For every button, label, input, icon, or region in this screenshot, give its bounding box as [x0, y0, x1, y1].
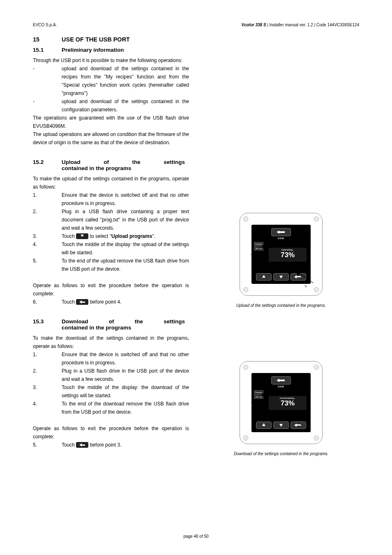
progress-percent-download: 73% — [281, 399, 295, 407]
left-column: 15USE OF THE USB PORT 15.1Preliminary in… — [33, 36, 189, 449]
header-company: EVCO S.p.A. — [33, 23, 57, 27]
s15-3-step-5-text: Touch before point 3. — [62, 441, 189, 449]
progress-box-download: Downloading.. 73% — [269, 396, 307, 410]
s15-2-intro: To make the upload of the settings conta… — [33, 175, 189, 191]
s15-1-b1-text: upload and download of the settings cont… — [62, 64, 189, 97]
section-15-2-title-l1: Upload of the settings — [62, 159, 185, 165]
bottom-buttons-download — [251, 421, 311, 429]
header-product: Vcolor 338 S — [242, 23, 266, 27]
s15-2-step-2: 2.Plug in a USB flash drive containing a… — [33, 207, 189, 232]
section-15-2-num: 15.2 — [33, 159, 62, 165]
s15-3-step-1-text: Ensure that the device is switched off a… — [62, 350, 189, 367]
right-column: USB Downlo Upload Uploading.. 73% — [203, 36, 359, 456]
s15-2-step-1: 1.Ensure that the device is switched off… — [33, 191, 189, 207]
screen-up-button-icon — [256, 421, 272, 429]
section-15-3-title-l1: Download of the settings — [62, 318, 185, 325]
progress-percent-upload: 73% — [281, 251, 295, 259]
section-15-1-title: Preliminary information — [62, 47, 124, 53]
progress-box-upload: Uploading.. 73% — [269, 248, 307, 262]
s15-2-step-4-text: Touch the middle of the display: the upl… — [62, 240, 189, 257]
section-15-title: USE OF THE USB PORT — [62, 36, 130, 43]
s15-1-p2: The operations are guaranteed with the u… — [33, 114, 189, 130]
s15-2-step-4: 4.Touch the middle of the display: the u… — [33, 240, 189, 257]
section-15-1-num: 15.1 — [33, 47, 62, 53]
s15-3-step-3-text: Touch the middle of the display: the dow… — [62, 383, 189, 400]
screen-down-button-icon — [273, 273, 289, 281]
screw-icon — [314, 365, 319, 370]
figure-download-caption: Download of the settings contained in th… — [203, 451, 359, 456]
figure-upload-caption: Upload of the settings contained in the … — [203, 303, 359, 308]
s15-1-bullet-1: - upload and download of the settings co… — [33, 64, 189, 97]
section-15-num: 15 — [33, 36, 62, 43]
callout-3b: 3. — [262, 401, 265, 405]
s15-3-step-4: 4.To the end of the download remove the … — [33, 400, 189, 416]
screen-down-button-icon — [273, 421, 289, 429]
s15-3-step-4-text: To the end of the download remove the US… — [62, 400, 189, 416]
screw-icon — [243, 287, 248, 292]
s15-3-step-3: 3.Touch the middle of the display: the d… — [33, 383, 189, 400]
section-15-2-title-l2: contained in the programs — [62, 165, 131, 171]
s15-1-p3: The upload operations are allowed on con… — [33, 130, 189, 147]
s15-2-step-2-text: Plug in a USB flash drive containing a p… — [62, 207, 189, 232]
screw-icon — [243, 435, 248, 440]
callout-4: 4. — [262, 253, 265, 256]
screen-enter-button-icon — [291, 421, 306, 429]
device-frame-download: USB Downlo Upload Downloading.. 73% — [240, 361, 323, 444]
s15-2-step-6-text: Touch before point 4. — [62, 298, 189, 306]
s15-2-step-3: 3.Touch to select "Upload programs". — [33, 232, 189, 240]
section-15-1-heading: 15.1Preliminary information — [33, 47, 189, 53]
screw-icon — [243, 216, 248, 221]
screw-icon — [243, 365, 248, 370]
screen-back-button-icon — [271, 228, 291, 236]
s15-2-exit: Operate as follows to exit the procedure… — [33, 281, 189, 298]
section-15-3-title-l2: contained in the programs — [62, 325, 131, 331]
device-screen-download: USB Downlo Upload Downloading.. 73% — [251, 373, 311, 432]
header-doc-info: Vcolor 338 S | Installer manual ver. 1.2… — [242, 23, 359, 27]
s15-3-step-2-text: Plug in a USB flash drive in the USB por… — [62, 367, 189, 383]
figure-upload: USB Downlo Upload Uploading.. 73% — [203, 213, 359, 308]
usb-label: USB — [278, 385, 284, 388]
s15-1-bullet-2: - upload and download of the settings co… — [33, 97, 189, 114]
back-arrow-button-icon — [76, 299, 88, 305]
screen-back-button-icon — [271, 376, 291, 385]
usb-label: USB — [278, 237, 284, 240]
s15-3-intro: To make the download of the settings con… — [33, 334, 189, 350]
callout-3: 3. — [304, 284, 307, 288]
progress-status-upload: Uploading.. — [269, 248, 307, 251]
s15-3-step-1: 1.Ensure that the device is switched off… — [33, 350, 189, 367]
header-doc-ver: | Installer manual ver. 1.2 | Code 144VC… — [266, 23, 359, 27]
s15-2-step-5-text: To the end of the upload remove the USB … — [62, 257, 189, 273]
screw-icon — [314, 287, 319, 292]
s15-2-step-3-text: Touch to select "Upload programs". — [62, 232, 189, 240]
page-footer: page 40 of 50 — [0, 534, 392, 539]
screen-up-button-icon — [256, 273, 272, 281]
s15-2-step-6: 6.Touch before point 4. — [33, 298, 189, 306]
back-arrow-button-icon — [76, 442, 88, 448]
s15-1-p1: Through the USB port it is possible to m… — [33, 56, 189, 64]
s15-2-step-1-text: Ensure that the device is switched off a… — [62, 191, 189, 207]
down-arrow-button-icon — [76, 233, 88, 239]
upload-programs-label: Upload programs — [111, 233, 152, 239]
s15-3-step-2: 2.Plug in a USB flash drive in the USB p… — [33, 367, 189, 383]
screw-icon — [314, 435, 319, 440]
section-15-3-num: 15.3 — [33, 318, 62, 325]
section-15-3-heading: 15.3Download of the settingscontained in… — [33, 318, 189, 331]
s15-2-step-5: 5.To the end of the upload remove the US… — [33, 257, 189, 273]
figure-download: USB Downlo Upload Downloading.. 73% — [203, 361, 359, 456]
s15-3-step-5: 5.Touch before point 3. — [33, 441, 189, 449]
s15-1-b2-text: upload and download of the settings cont… — [62, 97, 189, 114]
device-frame-upload: USB Downlo Upload Uploading.. 73% — [240, 213, 323, 296]
section-15-2-heading: 15.2Upload of the settingscontained in t… — [33, 159, 189, 171]
progress-status-download: Downloading.. — [269, 396, 307, 399]
screw-icon — [314, 216, 319, 221]
section-15-heading: 15USE OF THE USB PORT — [33, 36, 189, 43]
s15-3-exit: Operate as follows to exit the procedure… — [33, 424, 189, 441]
